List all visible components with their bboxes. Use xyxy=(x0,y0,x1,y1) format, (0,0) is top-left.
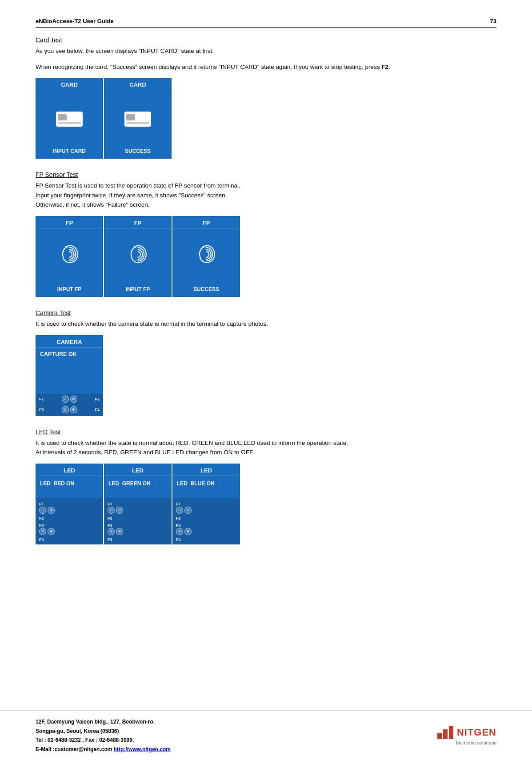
led-green-label: LED xyxy=(105,464,171,476)
card-success-status: SUCCESS xyxy=(125,148,151,158)
led-red-label: LED xyxy=(36,464,102,476)
fp-status-2: INPUT FP xyxy=(126,286,150,296)
led-g-btn-group-2: ⊙ ⊕ xyxy=(108,528,168,535)
btn-f1: F1 xyxy=(39,397,44,401)
led-g-btn-c3[interactable]: ⊙ xyxy=(108,528,115,535)
led-b-btn-f3: F3 xyxy=(176,523,181,528)
btn-f4: F4 xyxy=(95,408,100,412)
led-b-btn-f2: F2 xyxy=(176,516,181,520)
card-success-icon xyxy=(124,110,152,128)
card-test-desc2: When recognizing the card, "Success" scr… xyxy=(36,62,496,72)
led-b-btn-c2[interactable]: ⊕ xyxy=(184,507,192,514)
led-blue-screen: LED LED_BLUE ON F1 ⊙ ⊕ F2 F3 ⊙ xyxy=(172,464,240,544)
page-footer: 12F, Daemyung Valeon bldg., 127, Beobwon… xyxy=(0,711,532,760)
fp-status-3: SUCCESS xyxy=(193,286,219,296)
led-red-btn-row-1: F1 ⊙ ⊕ F2 xyxy=(39,500,100,521)
camera-screen: CAMERA CAPTURE OK F1 ⊙ ⊕ F2 F3 xyxy=(36,335,103,416)
led-blue-buttons: F1 ⊙ ⊕ F2 F3 ⊙ ⊕ F4 xyxy=(173,498,239,544)
fp-test-title: FP Sensor Test xyxy=(36,171,496,178)
camera-test-desc: It is used to check whether the camera s… xyxy=(36,319,496,329)
led-btn-c2[interactable]: ⊕ xyxy=(48,507,55,514)
fingerprint-icon-3 xyxy=(194,242,219,272)
led-green-buttons: F1 ⊙ ⊕ F2 F3 ⊙ ⊕ F4 xyxy=(105,498,171,544)
address-email: E-Mail :customer@nitgen.com xyxy=(36,746,112,752)
fp-test-section: FP Sensor Test FP Sensor Test is used to… xyxy=(36,171,496,297)
svg-rect-1 xyxy=(58,114,67,120)
nitgen-bar-1 xyxy=(437,733,442,739)
card-icon xyxy=(55,110,84,128)
led-btn-group-1: ⊙ ⊕ xyxy=(39,507,100,514)
led-test-title: LED Test xyxy=(36,428,496,436)
address-line2: Songpa-gu, Seoul, Korea (05836) xyxy=(36,728,119,734)
fp-icon-2 xyxy=(126,228,150,286)
led-blue-btn-row-2: F3 ⊙ ⊕ F4 xyxy=(176,521,236,542)
led-g-btn-f1: F1 xyxy=(108,502,112,506)
btn-circle-2[interactable]: ⊕ xyxy=(70,396,77,403)
btn-circle-1[interactable]: ⊙ xyxy=(62,396,69,403)
led-test-desc: It is used to check whether the state is… xyxy=(36,438,496,457)
led-g-btn-c1[interactable]: ⊙ xyxy=(108,507,115,514)
nitgen-logo-container: NITGEN xyxy=(437,726,496,739)
fp-status-1: INPUT FP xyxy=(57,286,82,296)
led-g-btn-group-1: ⊙ ⊕ xyxy=(108,507,168,514)
camera-screens-row: CAMERA CAPTURE OK F1 ⊙ ⊕ F2 F3 xyxy=(36,335,496,416)
btn-circle-4[interactable]: ⊕ xyxy=(70,406,77,413)
nitgen-bar-2 xyxy=(443,729,448,739)
camera-btn-row-1: F1 ⊙ ⊕ F2 xyxy=(36,394,102,404)
fp-label-1: FP xyxy=(36,217,102,228)
led-green-screen: LED LED_GREEN ON F1 ⊙ ⊕ F2 F3 ⊙ xyxy=(104,464,172,544)
nitgen-bar-3 xyxy=(449,726,453,739)
card-success-icon-area xyxy=(124,90,152,148)
address-line3: Tel : 02-6488-3232 , Fax : 02-6488-3099, xyxy=(36,737,134,743)
camera-buttons: F1 ⊙ ⊕ F2 F3 ⊙ ⊕ F4 xyxy=(36,394,102,415)
card-success-screen: CARD SUCCESS xyxy=(104,78,172,159)
header-title: eNBioAccess-T2 User Guide xyxy=(36,18,114,24)
led-g-btn-c4[interactable]: ⊕ xyxy=(116,528,123,535)
led-red-btn-row-2: F3 ⊙ ⊕ F4 xyxy=(39,521,100,542)
card-input-screen: CARD INPUT CARD xyxy=(36,78,103,159)
fingerprint-icon-2 xyxy=(126,242,150,272)
card-test-title: Card Test xyxy=(36,36,496,44)
led-b-btn-group-1: ⊙ ⊕ xyxy=(176,507,236,514)
led-test-section: LED Test It is used to check whether the… xyxy=(36,428,496,544)
card-input-status: INPUT CARD xyxy=(53,148,86,158)
led-btn-f1: F1 xyxy=(39,502,44,506)
btn-f3: F3 xyxy=(39,408,44,412)
led-b-btn-c1[interactable]: ⊙ xyxy=(176,507,183,514)
camera-test-title: Camera Test xyxy=(36,309,496,316)
led-red-buttons: F1 ⊙ ⊕ F2 F3 ⊙ ⊕ F4 xyxy=(36,498,102,544)
led-btn-c3[interactable]: ⊙ xyxy=(39,528,46,535)
led-green-btn-row-2: F3 ⊙ ⊕ F4 xyxy=(108,521,168,542)
footer-logo: NITGEN biometric solutions xyxy=(437,726,496,745)
address-url[interactable]: http://www.nitgen.com xyxy=(114,746,171,752)
btn-circle-3[interactable]: ⊙ xyxy=(62,406,69,413)
led-b-btn-c3[interactable]: ⊙ xyxy=(176,528,183,535)
card-screens-row: CARD INPUT CARD CARD xyxy=(36,78,496,159)
btn-group-2: ⊙ ⊕ xyxy=(62,406,77,413)
led-btn-f4: F4 xyxy=(39,537,44,542)
fp-label-3: FP xyxy=(173,217,239,228)
led-btn-f2: F2 xyxy=(39,516,44,520)
fp-screen-2: FP INPUT FP xyxy=(104,216,172,297)
led-b-btn-c4[interactable]: ⊕ xyxy=(184,528,192,535)
led-blue-btn-row-1: F1 ⊙ ⊕ F2 xyxy=(176,500,236,521)
led-g-btn-c2[interactable]: ⊕ xyxy=(116,507,123,514)
led-green-btn-row-1: F1 ⊙ ⊕ F2 xyxy=(108,500,168,521)
camera-test-section: Camera Test It is used to check whether … xyxy=(36,309,496,416)
led-red-screen: LED LED_RED ON F1 ⊙ ⊕ F2 F3 ⊙ xyxy=(36,464,103,544)
led-btn-group-2: ⊙ ⊕ xyxy=(39,528,100,535)
card-test-section: Card Test As you see below, the screen d… xyxy=(36,36,496,159)
led-btn-c1[interactable]: ⊙ xyxy=(39,507,46,514)
footer-address: 12F, Daemyung Valeon bldg., 127, Beobwon… xyxy=(36,717,171,754)
led-blue-label: LED xyxy=(173,464,239,476)
led-screens-row: LED LED_RED ON F1 ⊙ ⊕ F2 F3 ⊙ xyxy=(36,464,496,544)
svg-rect-5 xyxy=(126,122,149,124)
led-btn-f3: F3 xyxy=(39,523,44,528)
card-input-icon-area xyxy=(55,90,84,148)
led-g-btn-f3: F3 xyxy=(108,523,112,528)
led-b-btn-f4: F4 xyxy=(176,537,181,542)
fp-screen-3: FP SUCCESS xyxy=(172,216,240,297)
camera-label: CAMERA xyxy=(36,336,102,348)
led-btn-c4[interactable]: ⊕ xyxy=(48,528,55,535)
btn-f2: F2 xyxy=(95,397,100,401)
